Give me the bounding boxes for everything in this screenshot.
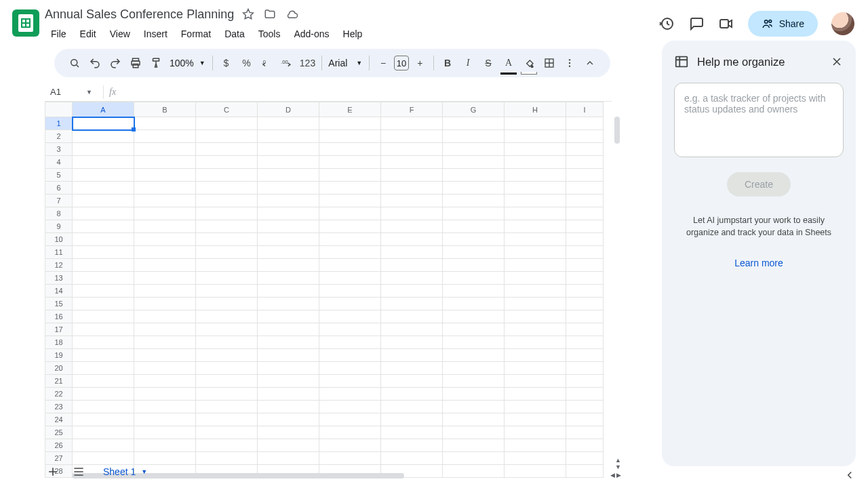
sheet-tab-active[interactable]: Sheet 1 ▼ [96, 462, 154, 481]
cell[interactable] [381, 349, 443, 362]
cell[interactable] [73, 323, 134, 336]
menu-view[interactable]: View [104, 26, 136, 42]
cell[interactable] [73, 388, 134, 401]
row-header[interactable]: 11 [45, 246, 73, 259]
cell[interactable] [134, 401, 196, 413]
cell[interactable] [258, 220, 319, 233]
cell[interactable] [505, 426, 566, 439]
row-header[interactable]: 21 [45, 375, 73, 388]
account-avatar[interactable] [831, 12, 854, 35]
cell[interactable] [134, 272, 196, 285]
cell[interactable] [196, 169, 258, 182]
cell[interactable] [381, 130, 443, 143]
cell[interactable] [258, 195, 319, 207]
cell[interactable] [319, 207, 381, 220]
cell[interactable] [381, 246, 443, 259]
cell[interactable] [566, 220, 604, 233]
cell[interactable] [443, 272, 505, 285]
cell[interactable] [566, 388, 604, 401]
cell[interactable] [319, 388, 381, 401]
font-select[interactable]: Arial▼ [326, 58, 365, 68]
borders-button[interactable] [540, 54, 559, 73]
cell[interactable] [319, 285, 381, 298]
cell[interactable] [258, 375, 319, 388]
row-header[interactable]: 22 [45, 388, 73, 401]
cell[interactable] [258, 246, 319, 259]
cell[interactable] [258, 413, 319, 426]
cell[interactable] [443, 117, 505, 130]
cell[interactable] [566, 452, 604, 465]
column-header[interactable]: H [505, 102, 566, 117]
percent-format-icon[interactable]: % [237, 54, 256, 73]
print-icon[interactable] [126, 54, 145, 73]
doc-title[interactable]: Annual Sales Conference Planning [45, 7, 234, 22]
row-header[interactable]: 25 [45, 426, 73, 439]
cell[interactable] [381, 220, 443, 233]
cell[interactable] [134, 439, 196, 452]
cell[interactable] [505, 117, 566, 130]
decrease-decimal-icon[interactable]: .0 [258, 54, 277, 73]
cell[interactable] [566, 362, 604, 375]
cell[interactable] [381, 426, 443, 439]
cell[interactable] [196, 220, 258, 233]
cell[interactable] [381, 143, 443, 156]
cell[interactable] [443, 246, 505, 259]
cell[interactable] [505, 310, 566, 323]
row-header[interactable]: 18 [45, 336, 73, 349]
cell[interactable] [134, 388, 196, 401]
cell[interactable] [73, 207, 134, 220]
bold-button[interactable]: B [438, 54, 457, 73]
cell[interactable] [319, 272, 381, 285]
row-header[interactable]: 20 [45, 362, 73, 375]
cell[interactable] [134, 169, 196, 182]
cell[interactable] [196, 375, 258, 388]
cell[interactable] [73, 349, 134, 362]
cell[interactable] [443, 156, 505, 169]
cell[interactable] [566, 439, 604, 452]
cell[interactable] [73, 246, 134, 259]
cell[interactable] [505, 323, 566, 336]
italic-button[interactable]: I [458, 54, 477, 73]
cell[interactable] [258, 169, 319, 182]
scroll-down-icon[interactable]: ▼ [615, 464, 621, 470]
cell[interactable] [443, 182, 505, 195]
row-header[interactable]: 26 [45, 439, 73, 452]
cell[interactable] [196, 285, 258, 298]
cell[interactable] [319, 401, 381, 413]
cell[interactable] [196, 143, 258, 156]
cell[interactable] [381, 323, 443, 336]
cell[interactable] [566, 298, 604, 310]
cell[interactable] [73, 426, 134, 439]
cell[interactable] [505, 298, 566, 310]
cell[interactable] [505, 220, 566, 233]
strikethrough-button[interactable]: S [479, 54, 498, 73]
fill-color-button[interactable] [519, 54, 538, 73]
undo-icon[interactable] [85, 54, 104, 73]
cell[interactable] [566, 375, 604, 388]
cell[interactable] [196, 207, 258, 220]
cell[interactable] [381, 195, 443, 207]
text-color-button[interactable]: A [499, 54, 518, 73]
cell[interactable] [319, 220, 381, 233]
currency-format-icon[interactable]: $ [217, 54, 236, 73]
column-header[interactable]: E [319, 102, 381, 117]
cell[interactable] [73, 130, 134, 143]
cell[interactable] [258, 156, 319, 169]
learn-more-link[interactable]: Learn more [674, 258, 844, 268]
cell[interactable] [381, 117, 443, 130]
cell[interactable] [258, 439, 319, 452]
menu-file[interactable]: File [45, 26, 73, 42]
cell[interactable] [381, 401, 443, 413]
cell[interactable] [381, 207, 443, 220]
row-header[interactable]: 24 [45, 413, 73, 426]
cell[interactable] [319, 349, 381, 362]
cell[interactable] [319, 182, 381, 195]
cell[interactable] [319, 117, 381, 130]
column-header[interactable]: G [443, 102, 505, 117]
cell[interactable] [505, 388, 566, 401]
create-button[interactable]: Create [727, 172, 791, 197]
column-header[interactable]: I [566, 102, 604, 117]
history-icon[interactable] [658, 16, 675, 32]
row-header[interactable]: 3 [45, 143, 73, 156]
cell[interactable] [443, 426, 505, 439]
